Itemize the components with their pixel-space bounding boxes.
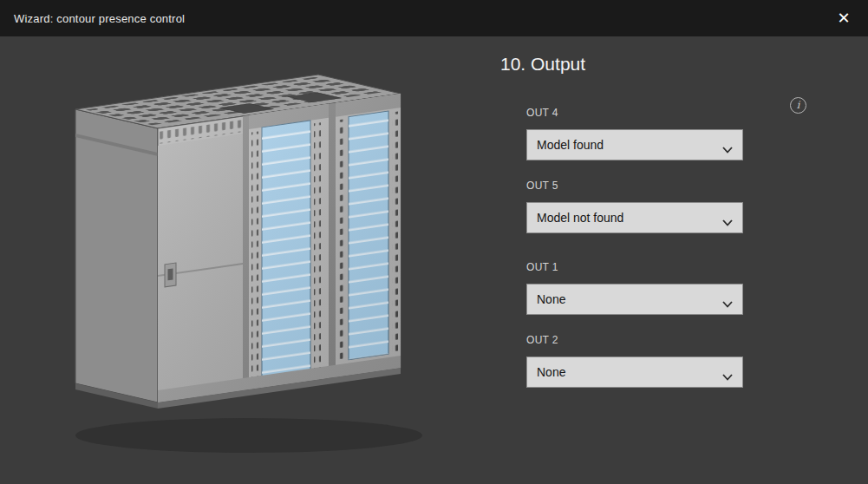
field-group-out2: OUT 2 None (526, 334, 743, 388)
out5-selected-value: Model not found (537, 211, 623, 225)
out1-dropdown[interactable]: None (526, 284, 743, 315)
out2-selected-value: None (537, 365, 565, 379)
chevron-down-icon (722, 296, 733, 303)
out2-dropdown[interactable]: None (526, 356, 743, 388)
out4-dropdown[interactable]: Model found (526, 129, 743, 160)
out1-selected-value: None (537, 292, 565, 306)
chevron-down-icon (722, 141, 733, 148)
out1-label: OUT 1 (526, 261, 743, 273)
field-group-out5: OUT 5 Model not found (526, 180, 743, 233)
close-icon[interactable]: ✕ (830, 4, 858, 32)
out2-label: OUT 2 (526, 334, 743, 346)
page-title: 10. Output (500, 54, 585, 75)
window-titlebar: Wizard: contour presence control ✕ (0, 0, 868, 36)
out4-selected-value: Model found (537, 138, 604, 152)
field-group-out1: OUT 1 None (526, 261, 743, 315)
out5-dropdown[interactable]: Model not found (526, 202, 743, 233)
info-icon[interactable]: i (790, 97, 806, 114)
window-title: Wizard: contour presence control (14, 12, 185, 25)
chevron-down-icon (722, 214, 733, 221)
chevron-down-icon (722, 369, 733, 376)
out5-label: OUT 5 (526, 180, 743, 192)
field-group-out4: OUT 4 Model found (526, 107, 743, 160)
out4-label: OUT 4 (526, 107, 743, 119)
plc-device-illustration (45, 47, 453, 472)
device-image (45, 47, 453, 472)
